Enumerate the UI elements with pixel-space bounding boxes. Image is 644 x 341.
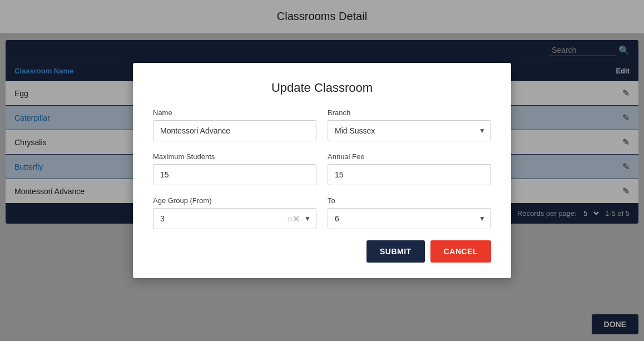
modal-title: Update Classroom — [153, 81, 491, 95]
branch-label: Branch — [328, 108, 491, 117]
age-to-label: To — [328, 196, 491, 205]
modal-overlay: Update Classroom Name Branch Mid Sussex … — [0, 0, 644, 341]
age-from-select[interactable]: 123 456 78 — [153, 208, 316, 229]
form-group-age-to: To 123 456 78 ▼ — [328, 196, 491, 229]
form-group-branch: Branch Mid Sussex East Sussex West Susse… — [328, 108, 491, 141]
form-group-age-from: Age Group (From) 123 456 78 ○✕ ▼ — [153, 196, 316, 229]
form-group-name: Name — [153, 108, 316, 141]
age-to-select[interactable]: 123 456 78 — [328, 208, 491, 229]
form-row-age: Age Group (From) 123 456 78 ○✕ ▼ To 123 — [153, 196, 491, 229]
branch-select[interactable]: Mid Sussex East Sussex West Sussex — [328, 120, 491, 141]
form-group-max-students: Maximum Students — [153, 152, 316, 185]
submit-button[interactable]: SUBMIT — [366, 240, 425, 263]
cancel-button[interactable]: CANCEL — [430, 240, 491, 263]
age-from-label: Age Group (From) — [153, 196, 316, 205]
update-classroom-modal: Update Classroom Name Branch Mid Sussex … — [133, 63, 511, 278]
form-group-annual-fee: Annual Fee — [328, 152, 491, 185]
name-input[interactable] — [153, 120, 316, 141]
form-row-name-branch: Name Branch Mid Sussex East Sussex West … — [153, 108, 491, 141]
age-to-wrapper: 123 456 78 ▼ — [328, 208, 491, 229]
form-row-students-fee: Maximum Students Annual Fee — [153, 152, 491, 185]
max-students-label: Maximum Students — [153, 152, 316, 161]
modal-actions: SUBMIT CANCEL — [153, 240, 491, 263]
annual-fee-input[interactable] — [328, 164, 491, 185]
annual-fee-label: Annual Fee — [328, 152, 491, 161]
name-label: Name — [153, 108, 316, 117]
max-students-input[interactable] — [153, 164, 316, 185]
branch-select-wrapper: Mid Sussex East Sussex West Sussex ▼ — [328, 120, 491, 141]
age-from-wrapper: 123 456 78 ○✕ ▼ — [153, 208, 316, 229]
